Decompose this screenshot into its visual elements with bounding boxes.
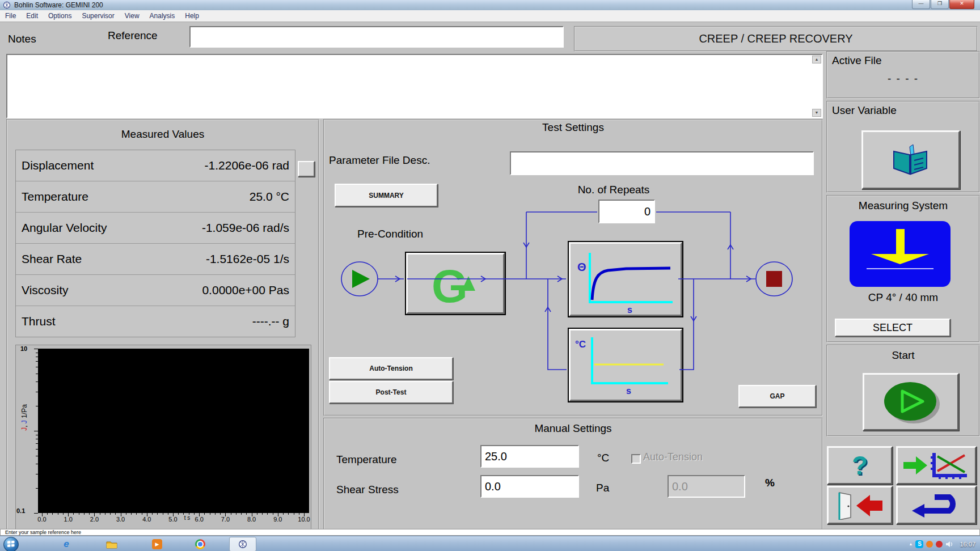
measuring-system-icon	[850, 221, 951, 287]
y-axis-series2-symbol: J	[20, 420, 28, 423]
x-tick	[73, 513, 74, 515]
x-tick	[178, 513, 179, 515]
notes-box: ▲ ▼	[6, 54, 823, 118]
auto-tension-checkbox-label: Auto-Tension	[643, 451, 703, 463]
menu-item[interactable]: Help	[180, 10, 204, 22]
x-tick-label: 4.0	[142, 516, 151, 523]
x-tick	[110, 513, 111, 515]
x-tick	[168, 513, 168, 515]
post-test-button[interactable]: Post-Test	[329, 381, 453, 404]
x-tick-label: 0.0	[37, 516, 46, 523]
x-tick	[273, 513, 273, 515]
page-title: CREEP / CREEP RECOVERY	[574, 26, 978, 52]
creep-curve-icon: Θ s	[571, 244, 681, 315]
tray-volume-icon[interactable]	[945, 541, 953, 548]
x-tick-label: 9.0	[273, 516, 282, 523]
active-file-panel: Active File - - - -	[826, 51, 980, 99]
measured-values-panel: Measured Values Displacement -1.2206e-06…	[6, 119, 319, 533]
notes-scroll-down-icon[interactable]: ▼	[812, 109, 821, 117]
menu-item[interactable]: File	[0, 10, 21, 22]
creep-x-symbol: s	[627, 305, 632, 315]
y-tick	[36, 374, 38, 374]
summary-button[interactable]: SUMMARY	[335, 184, 438, 207]
parameter-file-input[interactable]	[510, 151, 814, 175]
tray-orange-icon[interactable]	[926, 541, 933, 548]
help-button[interactable]: ?	[827, 446, 893, 485]
measured-value-reading: 25.0 °C	[250, 190, 289, 204]
shear-stress-input[interactable]	[480, 475, 579, 498]
measured-value-row: Angular Velocity -1.059e-06 rad/s	[16, 213, 295, 244]
temperature-stage-button[interactable]: °C s	[569, 329, 682, 401]
temperature-profile-icon: °C s	[571, 330, 681, 400]
x-tick	[183, 513, 184, 515]
taskbar-ie-button[interactable]: e	[60, 538, 73, 550]
tray-skype-icon[interactable]: S	[915, 540, 923, 548]
x-tick	[142, 513, 142, 515]
y-tick	[36, 361, 38, 362]
chart: 10 0.1 t s J, J 1/Pa 0.01.02.03.04.05.06…	[15, 345, 311, 533]
start-panel: Start	[826, 345, 980, 436]
taskbar-clock[interactable]: 16:07	[960, 541, 975, 548]
start-button[interactable]	[863, 373, 959, 431]
x-axis-title: t s	[184, 515, 191, 521]
x-tick-label: 8.0	[247, 516, 256, 523]
measuring-system-name: CP 4° / 40 mm	[827, 291, 979, 304]
parameter-file-label: Parameter File Desc.	[329, 154, 430, 167]
exit-button[interactable]	[827, 486, 893, 524]
select-measuring-system-button[interactable]: SELECT	[835, 319, 951, 337]
x-tick	[58, 513, 58, 515]
notes-scroll-up-icon[interactable]: ▲	[812, 56, 821, 63]
menu-item[interactable]: Edit	[21, 10, 43, 22]
x-tick	[126, 513, 126, 515]
x-tick	[189, 513, 189, 515]
folder-icon	[106, 540, 117, 549]
x-tick	[257, 513, 257, 515]
x-tick	[294, 513, 294, 515]
measured-value-row: Shear Rate -1.5162e-05 1/s	[16, 244, 295, 275]
x-tick	[262, 513, 263, 515]
windows-flag-icon	[4, 537, 18, 551]
window-title: Bohlin Software: GEMINI 200	[14, 1, 103, 9]
go-to-results-button[interactable]	[896, 446, 977, 485]
x-tick	[210, 513, 210, 515]
reference-input[interactable]	[189, 26, 564, 48]
taskbar-chrome-button[interactable]	[194, 538, 206, 550]
taskbar-explorer-button[interactable]	[105, 538, 118, 550]
start-menu-button[interactable]	[3, 537, 19, 551]
y-tick	[34, 513, 38, 514]
tray-chevron-icon[interactable]: ▲	[909, 542, 913, 546]
taskbar-bohlin-button[interactable]	[229, 537, 256, 551]
menu-item[interactable]: Options	[43, 10, 77, 22]
measured-value-label: Viscosity	[22, 283, 68, 297]
menu-item[interactable]: Analysis	[145, 10, 180, 22]
menu-item[interactable]: View	[120, 10, 145, 22]
taskbar-media-player-button[interactable]: ▶	[151, 538, 163, 550]
menu-item[interactable]: Supervisor	[77, 10, 119, 22]
shear-stress-label: Shear Stress	[336, 484, 399, 496]
restore-button[interactable]: ❐	[931, 0, 949, 9]
x-tick	[236, 513, 236, 515]
chrome-icon	[195, 539, 205, 549]
display-options-button[interactable]	[298, 161, 315, 177]
y-tick	[36, 406, 38, 406]
tray-red-icon[interactable]	[936, 541, 943, 548]
return-button[interactable]	[896, 486, 977, 524]
cone-plate-icon	[850, 221, 951, 287]
start-title: Start	[827, 349, 979, 362]
user-variable-button[interactable]	[861, 130, 960, 189]
minimize-button[interactable]: —	[912, 0, 930, 9]
temperature-input[interactable]	[480, 445, 579, 468]
x-tick-label: 10.0	[298, 516, 310, 523]
gap-button[interactable]: GAP	[738, 385, 816, 408]
close-button[interactable]: ✕	[949, 0, 974, 9]
x-tick	[52, 513, 53, 515]
temperature-unit: °C	[597, 452, 609, 464]
repeats-input[interactable]	[598, 200, 655, 223]
active-file-value: - - - -	[827, 73, 979, 85]
notes-input[interactable]	[7, 55, 822, 117]
reference-label: Reference	[108, 29, 158, 42]
creep-stage-button[interactable]: Θ s	[569, 242, 682, 316]
auto-tension-button[interactable]: Auto-Tension	[329, 357, 453, 380]
precondition-node-button[interactable]: G	[406, 253, 505, 314]
measured-value-row: Temperature 25.0 °C	[16, 181, 295, 213]
